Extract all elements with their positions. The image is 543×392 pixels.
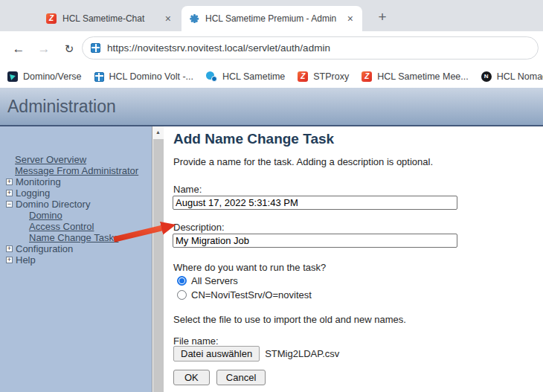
tab-title: HCL Sametime Premium - Admin [205,13,340,24]
name-input[interactable] [173,196,457,210]
red-annotation-arrow [104,214,193,250]
bookmark-sametime-meetings[interactable]: Z HCL Sametime Mee... [362,71,469,82]
frame-scrollbar[interactable]: ▲ [152,126,164,392]
scroll-up-icon[interactable]: ▲ [152,126,164,138]
sidebar-item-help[interactable]: Help [16,254,36,266]
form-title: Add Name Change Task [173,131,334,147]
page-title: Administration [7,97,116,117]
file-name-label: File name: [173,335,219,347]
tab-strip: Z HCL Sametime-Chat × HCL Sametime Premi… [0,0,543,31]
forward-button[interactable]: → [34,39,54,59]
file-picker: Datei auswählen STMig2LDAP.csv [173,346,339,362]
sidebar-item-domino[interactable]: Domino [29,210,62,221]
expand-icon[interactable]: + [6,190,13,196]
radio-label: All Servers [191,275,238,286]
chosen-file-name: STMig2LDAP.csv [265,348,339,359]
main-content: Add Name Change Task Provide a name for … [164,126,543,392]
run-question: Where do you want to run the task? [173,262,326,273]
expand-icon[interactable]: + [6,245,13,252]
choose-file-button[interactable]: Datei auswählen [173,346,260,362]
radio-unselected-icon[interactable] [177,290,187,300]
sidebar-item-monitoring[interactable]: Monitoring [16,176,61,187]
sidebar-item-message-from-administrator[interactable]: Message From Administrator [15,165,138,176]
sidebar-item-logging[interactable]: Logging [16,187,50,199]
bookmark-hcl-nomad[interactable]: N HCL Nomad L [481,71,543,82]
sametime-meetings-icon: Z [362,71,372,82]
sametime-admin-favicon-icon [189,13,199,24]
radio-single-server[interactable]: CN=NoviTestSrv/O=novitest [177,289,312,301]
bookmark-hcl-sametime[interactable]: HCL Sametime [206,71,285,82]
bookmark-domino-volt[interactable]: HCL Domino Volt -... [94,71,193,82]
name-label: Name: [173,184,202,195]
ok-button[interactable]: OK [173,370,210,385]
tab-title: HCL Sametime-Chat [62,13,158,24]
admin-header-banner: Administration [0,88,543,126]
browser-window: Z HCL Sametime-Chat × HCL Sametime Premi… [0,0,543,392]
scrollbar-thumb[interactable] [153,139,164,392]
expand-icon[interactable]: + [6,179,13,185]
site-icon [91,43,100,53]
form-actions: OK Cancel [173,370,266,385]
sidebar-item-server-overview[interactable]: Server Overview [15,154,86,165]
collapse-icon[interactable]: − [6,201,13,208]
verse-icon [7,71,18,82]
radio-selected-icon[interactable] [177,276,187,286]
bookmarks-bar: Domino/Verse HCL Domino Volt -... HCL Sa… [0,65,543,88]
sidebar-item-configuration[interactable]: Configuration [16,243,73,254]
cancel-button[interactable]: Cancel [216,370,266,385]
chat-bubbles-icon [206,71,217,82]
intro-text: Provide a name for the task. Adding a de… [173,156,433,167]
tab-sametime-admin[interactable]: HCL Sametime Premium - Admin × [181,6,362,31]
sametime-chat-favicon-icon: Z [46,13,57,24]
sidebar-item-domino-directory[interactable]: Domino Directory [16,199,90,210]
radio-label: CN=NoviTestSrv/O=novitest [191,289,312,301]
radio-all-servers[interactable]: All Servers [177,275,238,286]
tab-sametime-chat[interactable]: Z HCL Sametime-Chat × [39,6,180,31]
new-tab-button[interactable]: + [372,7,393,28]
back-button[interactable]: ← [9,39,28,59]
file-instruction: Select the file to use to import the old… [173,314,406,325]
address-bar[interactable]: https://novitestsrv.novitest.local/servl… [82,36,539,60]
bookmark-domino-verse[interactable]: Domino/Verse [7,71,82,82]
description-input[interactable] [173,234,457,248]
sidebar-item-access-control[interactable]: Access Control [29,221,94,232]
close-tab-icon[interactable]: × [346,13,355,24]
close-tab-icon[interactable]: × [164,13,173,24]
nomad-icon: N [481,71,492,82]
stproxy-icon: Z [298,71,308,82]
volt-icon [94,72,104,82]
expand-icon[interactable]: + [6,257,13,263]
admin-sidebar: Server Overview Message From Administrat… [0,126,152,392]
browser-toolbar: ← → ↻ https://novitestsrv.novitest.local… [0,31,543,65]
url-text: https://novitestsrv.novitest.local/servl… [107,42,330,54]
bookmark-stproxy[interactable]: Z STProxy [298,71,349,82]
reload-button[interactable]: ↻ [60,39,79,59]
